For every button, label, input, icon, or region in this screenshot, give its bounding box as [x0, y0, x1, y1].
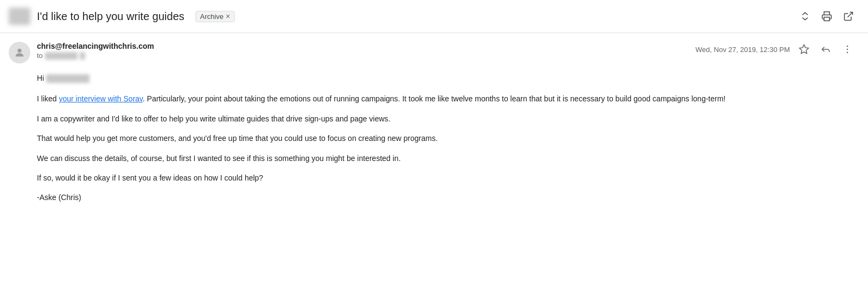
sender-info: chris@freelancingwithchris.com to — [37, 42, 154, 60]
email-container: I'd like to help you write guides Archiv… — [0, 0, 868, 283]
sender-left: chris@freelancingwithchris.com to — [9, 42, 154, 63]
print-icon[interactable] — [820, 10, 833, 23]
svg-rect-0 — [824, 17, 829, 21]
paragraph-5: If so, would it be okay if I sent you a … — [37, 172, 824, 184]
svg-marker-3 — [800, 45, 809, 54]
para1-pre: I liked — [37, 94, 59, 103]
email-body: Hi I liked your interview with Sorav. Pa… — [0, 68, 868, 217]
sorav-interview-link[interactable]: your interview with Sorav — [59, 94, 143, 103]
subject-avatar-blurred — [9, 8, 30, 25]
archive-badge[interactable]: Archive × — [195, 11, 235, 22]
open-new-window-icon[interactable] — [842, 10, 855, 23]
paragraph-4: We can discuss the details, of course, b… — [37, 152, 824, 164]
paragraph-3: That would help you get more customers, … — [37, 132, 824, 144]
email-date: Wed, Nov 27, 2019, 12:30 PM — [695, 46, 790, 54]
greeting-name-blurred — [46, 74, 90, 83]
header-left: I'd like to help you write guides Archiv… — [9, 8, 235, 25]
header-right — [799, 10, 855, 23]
sender-avatar — [9, 42, 30, 63]
reply-icon[interactable] — [818, 42, 833, 57]
svg-point-6 — [847, 52, 848, 54]
sender-row: chris@freelancingwithchris.com to Wed, N… — [0, 33, 868, 68]
sender-email: chris@freelancingwithchris.com — [37, 42, 154, 50]
navigate-arrows-icon[interactable] — [799, 10, 812, 23]
paragraph-1: I liked your interview with Sorav. Parti… — [37, 93, 824, 105]
sender-to-line: to — [37, 52, 154, 60]
person-icon — [14, 47, 25, 59]
sender-right: Wed, Nov 27, 2019, 12:30 PM — [695, 42, 855, 57]
recipient-blurred — [45, 52, 78, 60]
archive-close-button[interactable]: × — [226, 12, 230, 20]
email-subject: I'd like to help you write guides — [37, 10, 184, 23]
paragraph-2: I am a copywriter and I'd like to offer … — [37, 113, 824, 125]
more-options-icon[interactable] — [840, 42, 855, 57]
svg-line-1 — [847, 12, 852, 17]
to-label: to — [37, 52, 43, 60]
svg-point-5 — [847, 49, 848, 50]
recipient-extra-blurred — [80, 52, 85, 60]
email-signature: -Aske (Chris) — [37, 191, 855, 203]
star-icon[interactable] — [796, 42, 812, 57]
svg-point-4 — [847, 46, 848, 47]
archive-label: Archive — [200, 12, 224, 21]
greeting-line: Hi — [37, 72, 855, 84]
email-header: I'd like to help you write guides Archiv… — [0, 0, 868, 33]
svg-point-2 — [17, 49, 21, 53]
para1-post: . Particularly, your point about taking … — [143, 94, 725, 103]
